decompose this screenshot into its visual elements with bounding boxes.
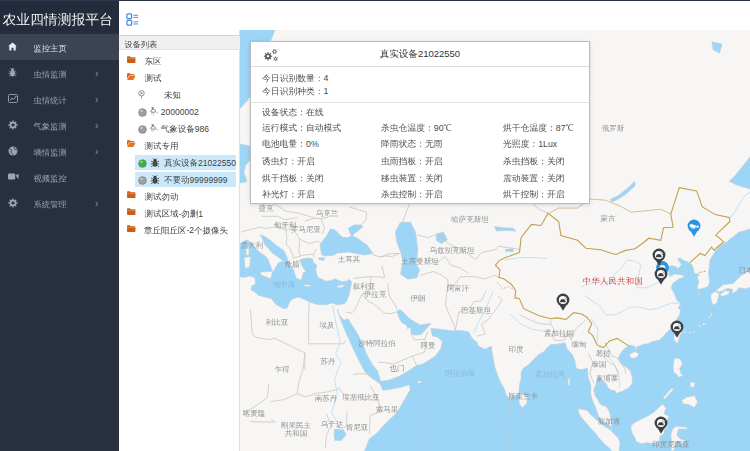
svg-text:›: › — [95, 120, 98, 131]
svg-text:99999999: 99999999 — [190, 175, 228, 185]
svg-text:21022550: 21022550 — [198, 158, 236, 168]
svg-text:4: 4 — [324, 73, 329, 83]
svg-text:1: 1 — [198, 209, 203, 219]
svg-text:986: 986 — [195, 124, 209, 134]
svg-text:›: › — [95, 94, 98, 105]
svg-text:1: 1 — [324, 86, 329, 96]
svg-text:-2: -2 — [186, 225, 194, 235]
svg-text:1Lux: 1Lux — [538, 139, 558, 149]
svg-text:›: › — [95, 146, 98, 157]
svg-text:›: › — [95, 198, 98, 209]
svg-text:-: - — [179, 209, 182, 219]
svg-text:21022550: 21022550 — [418, 48, 460, 59]
svg-text:20000002: 20000002 — [161, 107, 199, 117]
svg-text:87: 87 — [556, 123, 566, 133]
svg-text:›: › — [95, 68, 98, 79]
svg-text:0%: 0% — [306, 139, 319, 149]
svg-text:90: 90 — [434, 123, 444, 133]
